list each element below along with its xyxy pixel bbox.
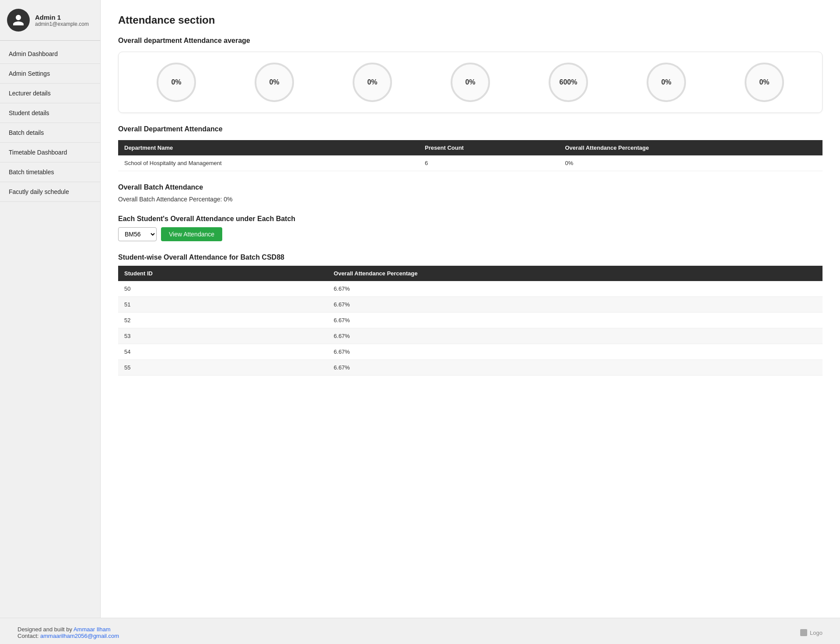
circle-dial-3: 0%: [451, 63, 490, 102]
view-attendance-button[interactable]: View Attendance: [161, 227, 222, 241]
student-attendance-heading: Each Student's Overall Attendance under …: [118, 215, 822, 223]
circle-item-4: 600%: [549, 63, 588, 102]
profile-name: Admin 1: [35, 14, 89, 21]
student-wise-table: Student ID Overall Attendance Percentage…: [118, 266, 822, 376]
contact-prefix: Contact:: [18, 633, 40, 639]
circle-dial-5: 0%: [647, 63, 686, 102]
student-id-cell: 50: [118, 281, 328, 297]
student-wise-section: Student-wise Overall Attendance for Batc…: [118, 253, 822, 376]
student-wise-heading: Student-wise Overall Attendance for Batc…: [118, 253, 822, 261]
table-row: 52 6.67%: [118, 313, 822, 328]
table-row: 50 6.67%: [118, 281, 822, 297]
dept-attendance-table: Department Name Present Count Overall At…: [118, 140, 822, 171]
circle-item-2: 0%: [353, 63, 392, 102]
designer-link[interactable]: Ammaar Ilham: [74, 626, 111, 633]
dept-col-name: Department Name: [118, 140, 419, 155]
user-icon: [12, 14, 25, 27]
sidebar: Admin 1 admin1@example.com Admin Dashboa…: [0, 0, 101, 618]
circle-item-0: 0%: [157, 63, 196, 102]
table-row: 55 6.67%: [118, 360, 822, 376]
student-id-cell: 53: [118, 328, 328, 344]
student-id-cell: 55: [118, 360, 328, 376]
student-id-col: Student ID: [118, 266, 328, 281]
student-pct-cell: 6.67%: [328, 297, 822, 313]
footer: Designed and built by Ammaar Ilham Conta…: [0, 618, 840, 644]
profile-section: Admin 1 admin1@example.com: [0, 0, 100, 41]
circle-item-6: 0%: [745, 63, 784, 102]
dept-col-percentage: Overall Attendance Percentage: [559, 140, 823, 155]
profile-email: admin1@example.com: [35, 21, 89, 27]
logo-icon: [800, 629, 807, 636]
sidebar-item-lecturer-details[interactable]: Lecturer details: [0, 84, 100, 103]
overall-avg-section: Overall department Attendance average 0%…: [118, 37, 822, 113]
student-pct-cell: 6.67%: [328, 313, 822, 328]
circle-item-5: 0%: [647, 63, 686, 102]
batch-attendance-section: Overall Batch Attendance Overall Batch A…: [118, 183, 822, 203]
sidebar-item-timetable-dashboard[interactable]: Timetable Dashboard: [0, 143, 100, 162]
circle-dial-6: 0%: [745, 63, 784, 102]
table-row: 53 6.67%: [118, 328, 822, 344]
student-pct-cell: 6.67%: [328, 328, 822, 344]
circle-dial-2: 0%: [353, 63, 392, 102]
footer-left: Designed and built by Ammaar Ilham Conta…: [18, 626, 119, 639]
student-id-cell: 52: [118, 313, 328, 328]
table-row: School of Hospitality and Management 6 0…: [118, 155, 822, 171]
sidebar-item-admin-dashboard[interactable]: Admin Dashboard: [0, 44, 100, 64]
batch-attendance-text: Overall Batch Attendance Percentage: 0%: [118, 196, 822, 203]
sidebar-item-batch-details[interactable]: Batch details: [0, 123, 100, 143]
designed-by-text: Designed and built by: [18, 626, 74, 633]
avatar: [7, 9, 30, 32]
footer-logo: Logo: [800, 629, 822, 636]
dept-col-present: Present Count: [419, 140, 559, 155]
dept-attendance-section: Overall Department Attendance Department…: [118, 125, 822, 171]
page-title: Attendance section: [118, 14, 822, 26]
table-row: 51 6.67%: [118, 297, 822, 313]
logo-label: Logo: [810, 630, 822, 636]
sidebar-item-student-details[interactable]: Student details: [0, 103, 100, 123]
dept-table-header-row: Department Name Present Count Overall At…: [118, 140, 822, 155]
circle-dial-1: 0%: [255, 63, 294, 102]
student-pct-cell: 6.67%: [328, 344, 822, 360]
circle-dial-4: 600%: [549, 63, 588, 102]
sidebar-item-batch-timetables[interactable]: Batch timetables: [0, 162, 100, 182]
batch-selector: BM56 CSD88 View Attendance: [118, 227, 822, 241]
present-count-cell: 6: [419, 155, 559, 171]
overall-avg-heading: Overall department Attendance average: [118, 37, 822, 45]
dept-attendance-heading: Overall Department Attendance: [118, 125, 822, 133]
circle-item-1: 0%: [255, 63, 294, 102]
main-content: Attendance section Overall department At…: [101, 0, 840, 618]
student-id-cell: 54: [118, 344, 328, 360]
circle-item-3: 0%: [451, 63, 490, 102]
sidebar-item-faculty-daily-schedule[interactable]: Facutly daily schedule: [0, 182, 100, 202]
student-pct-cell: 6.67%: [328, 360, 822, 376]
student-attendance-section: Each Student's Overall Attendance under …: [118, 215, 822, 241]
sidebar-nav: Admin Dashboard Admin Settings Lecturer …: [0, 44, 100, 202]
sidebar-item-admin-settings[interactable]: Admin Settings: [0, 64, 100, 84]
circles-container: 0% 0% 0% 0% 600% 0% 0%: [118, 52, 822, 113]
batch-select-dropdown[interactable]: BM56 CSD88: [118, 227, 157, 241]
attendance-pct-cell: 0%: [559, 155, 823, 171]
profile-info: Admin 1 admin1@example.com: [35, 14, 89, 27]
student-pct-col: Overall Attendance Percentage: [328, 266, 822, 281]
table-row: 54 6.67%: [118, 344, 822, 360]
contact-email-link[interactable]: ammaarilham2056@gmail.com: [40, 633, 119, 639]
student-table-header-row: Student ID Overall Attendance Percentage: [118, 266, 822, 281]
dept-name-cell: School of Hospitality and Management: [118, 155, 419, 171]
batch-attendance-heading: Overall Batch Attendance: [118, 183, 822, 191]
circle-dial-0: 0%: [157, 63, 196, 102]
student-pct-cell: 6.67%: [328, 281, 822, 297]
student-id-cell: 51: [118, 297, 328, 313]
